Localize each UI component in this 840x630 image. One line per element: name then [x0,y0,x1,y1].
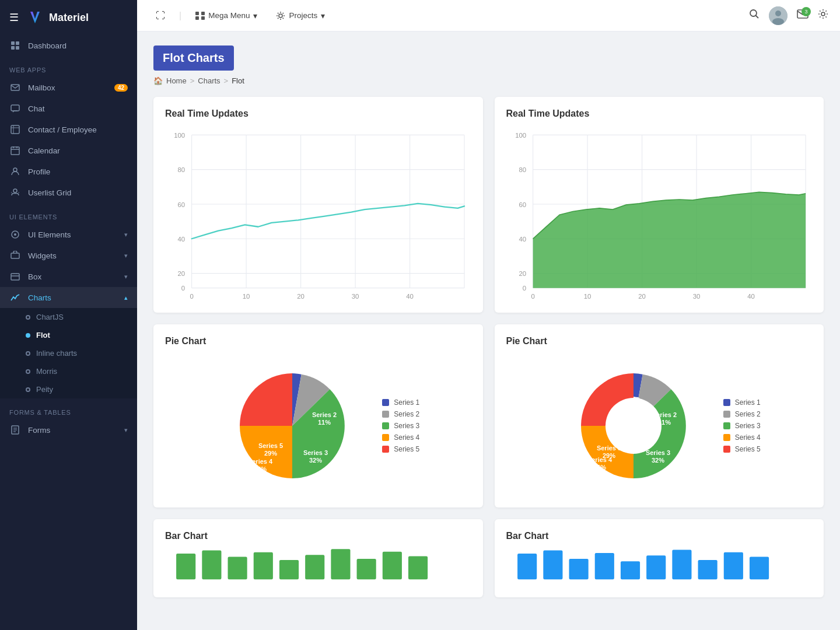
legend-item-s5: Series 5 [382,445,419,453]
svg-point-34 [775,10,781,16]
svg-text:60: 60 [178,201,186,208]
sub-dot-peity [26,387,30,392]
sidebar-item-flot[interactable]: Flot [0,326,137,344]
sidebar-item-label: Forms [28,426,50,435]
pie-svg-1: Series 5 29% Series 2 11% Series 3 32% S… [216,356,368,496]
topbar-separator: | [179,10,181,21]
topbar-right: 3 [749,6,828,25]
svg-text:100: 100 [515,132,526,139]
breadcrumb-sep2: > [224,76,229,85]
expand-icon: ⛶ [156,10,165,21]
svg-rect-6 [11,125,19,134]
legend-label2-s1: Series 1 [735,398,761,407]
svg-point-35 [772,18,784,25]
avatar[interactable] [769,6,788,25]
pie-chart-2: Pie Chart [495,324,824,508]
legend-item-s4: Series 4 [382,433,419,442]
projects-label: Projects [289,11,317,20]
sidebar-item-charts[interactable]: Charts ▴ [0,287,137,308]
breadcrumb-charts-link[interactable]: Charts [198,76,220,85]
sidebar-item-chartjs[interactable]: ChartJS [0,308,137,326]
mega-menu-button[interactable]: Mega Menu ▾ [188,8,264,24]
sidebar-item-calendar[interactable]: Calendar [0,140,137,161]
sidebar-item-forms[interactable]: Forms ▾ [0,419,137,440]
sidebar-item-inline-charts[interactable]: Inline charts [0,344,137,362]
sidebar-item-profile[interactable]: Profile [0,161,137,182]
realtime-chart-2: Real Time Updates [495,97,824,313]
svg-text:0: 0 [522,285,526,292]
chevron-down-icon: ▾ [321,11,325,20]
svg-text:Series 3: Series 3 [646,449,670,456]
bar-chart-2-title: Bar Chart [506,531,813,541]
legend-item-s1: Series 1 [382,398,419,407]
bar-chart-1-title: Bar Chart [165,531,471,541]
settings-icon[interactable] [818,9,828,22]
bar-chart-1-preview [165,551,471,586]
legend-dot-s1 [382,399,389,406]
svg-text:25%: 25% [593,464,606,471]
svg-rect-105 [254,552,273,579]
legend-dot2-s5 [723,446,730,453]
pie-wrap-1: Series 5 29% Series 2 11% Series 3 32% S… [165,356,471,496]
svg-rect-102 [176,554,195,579]
sidebar-item-ui-elements[interactable]: UI Elements ▾ [0,224,137,245]
svg-text:32%: 32% [309,457,322,464]
legend-item2-s5: Series 5 [723,445,761,453]
projects-button[interactable]: Projects ▾ [269,8,332,24]
sidebar-item-box[interactable]: Box ▾ [0,266,137,287]
svg-text:40: 40 [406,293,414,300]
sidebar-item-chat[interactable]: Chat [0,98,137,119]
breadcrumb-home-link[interactable]: Home [166,76,187,85]
sidebar-item-dashboard[interactable]: Dashboard [0,35,137,56]
legend-dot-s4 [382,434,389,441]
sidebar-item-label: Chat [28,104,45,113]
gear-icon [276,11,285,20]
bar-chart-2-preview [506,551,813,586]
breadcrumb-sep1: > [190,76,195,85]
legend-dot2-s3 [723,422,730,429]
calendar-icon [9,146,21,155]
svg-text:Series 2: Series 2 [652,411,677,418]
svg-rect-26 [195,12,199,15]
legend-item2-s4: Series 4 [723,433,761,442]
sub-dot-inline [26,351,30,356]
area-chart-2: 100 80 60 40 20 0 0 10 20 30 40 [506,128,813,301]
sidebar-item-userlist-grid[interactable]: Userlist Grid [0,182,137,203]
svg-rect-121 [749,557,768,580]
sidebar-subitem-label: Inline charts [36,349,77,358]
sidebar-item-mailbox[interactable]: Mailbox 42 [0,77,137,98]
mail-icon[interactable]: 3 [797,9,808,22]
contact-icon [9,125,21,134]
sidebar-item-peity[interactable]: Peity [0,380,137,398]
main-content: ⛶ | Mega Menu ▾ Projects ▾ 3 [137,0,840,630]
sidebar-subitem-label: ChartJS [36,313,64,321]
svg-rect-107 [305,555,324,579]
expand-button[interactable]: ⛶ [149,7,172,24]
svg-text:100: 100 [174,132,185,139]
legend-label2-s3: Series 3 [735,422,761,430]
pie-legend-1: Series 1 Series 2 Series 3 Series 4 [382,398,419,453]
search-icon[interactable] [749,9,760,22]
breadcrumb: 🏠 Home > Charts > Flot [153,76,824,85]
svg-text:10: 10 [243,293,250,300]
realtime-chart-2-title: Real Time Updates [506,108,813,119]
legend-dot-s2 [382,411,389,418]
svg-text:Series 2: Series 2 [312,411,337,418]
sidebar-item-label: Contact / Employee [28,125,97,134]
app-name: Materiel [49,12,89,24]
svg-text:20: 20 [519,270,526,277]
svg-text:20: 20 [297,293,304,300]
line-chart-1: 100 80 60 40 20 0 0 10 20 30 40 [165,128,471,301]
svg-rect-108 [331,549,350,579]
hamburger-icon[interactable]: ☰ [9,11,19,24]
svg-rect-120 [723,552,743,579]
svg-text:Series 3: Series 3 [303,449,328,456]
sidebar-item-morris[interactable]: Morris [0,362,137,380]
svg-point-14 [13,189,17,192]
page-title: Flot Charts [153,46,234,71]
sidebar-item-label: Box [28,272,41,281]
svg-rect-113 [543,551,562,580]
svg-text:40: 40 [747,293,755,300]
sidebar-item-widgets[interactable]: Widgets ▾ [0,245,137,266]
sidebar-item-contact-employee[interactable]: Contact / Employee [0,119,137,140]
